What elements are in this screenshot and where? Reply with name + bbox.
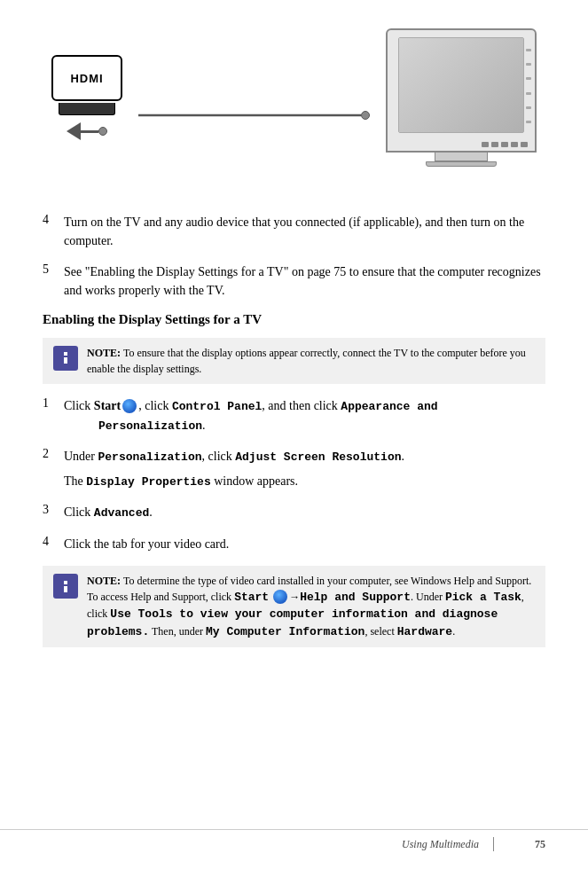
svg-rect-6 bbox=[64, 586, 67, 592]
note1-box: NOTE: To ensure that the display options… bbox=[43, 338, 545, 384]
cable-end-left bbox=[81, 130, 98, 133]
hdmi-connector: HDMI bbox=[43, 55, 131, 140]
monitor-container bbox=[377, 28, 545, 167]
section-step-2-text: Under Personalization, click Adjust Scre… bbox=[64, 447, 545, 490]
arrow-icon bbox=[67, 122, 81, 140]
note2-help-support-label: Help and Support bbox=[300, 591, 411, 604]
step-4-row: 4 Turn on the TV and any audio device th… bbox=[43, 213, 545, 250]
monitor-stand bbox=[426, 161, 497, 167]
display-properties-label: Display Properties bbox=[86, 475, 210, 489]
svg-rect-5 bbox=[64, 581, 67, 584]
section-step-2-row: 2 Under Personalization, click Adjust Sc… bbox=[43, 447, 545, 490]
note1-body: To ensure that the display options appea… bbox=[87, 347, 526, 375]
monitor-vents bbox=[526, 39, 531, 133]
note2-pick-task-label: Pick a Task bbox=[445, 591, 521, 604]
step-4-text: Turn on the TV and any audio device that… bbox=[64, 213, 545, 250]
click-start-label: Start bbox=[94, 399, 121, 412]
section-step-4-text: Click the tab for your video card. bbox=[64, 535, 545, 553]
section-step-3-text: Click Advanced. bbox=[64, 503, 545, 522]
monitor-base bbox=[435, 153, 488, 161]
step-4-num: 4 bbox=[43, 213, 64, 227]
section-step-3-row: 3 Click Advanced. bbox=[43, 503, 545, 522]
hdmi-box: HDMI bbox=[51, 55, 122, 101]
start-orb-icon bbox=[122, 399, 137, 413]
note2-text: NOTE: To determine the type of video car… bbox=[87, 573, 535, 641]
step-5-num: 5 bbox=[43, 262, 64, 277]
page-container: HDMI bbox=[0, 0, 588, 869]
personalization-label: Personalization bbox=[98, 450, 202, 464]
monitor-screen-inner bbox=[399, 38, 523, 132]
step-5-row: 5 See "Enabling the Display Settings for… bbox=[43, 262, 545, 300]
cable-line bbox=[138, 106, 370, 124]
adjust-screen-label: Adjust Screen Resolution bbox=[235, 450, 401, 464]
note2-icon bbox=[53, 574, 78, 599]
svg-rect-3 bbox=[64, 357, 67, 364]
note1-icon-label bbox=[56, 348, 75, 370]
note2-start-orb bbox=[273, 590, 287, 604]
hdmi-label: HDMI bbox=[70, 72, 103, 85]
step-5-text: See "Enabling the Display Settings for a… bbox=[64, 262, 545, 300]
monitor-body bbox=[386, 28, 537, 153]
note2-start-label: Start bbox=[234, 591, 269, 604]
section-heading: Enabling the Display Settings for a TV bbox=[43, 312, 545, 327]
hdmi-port bbox=[59, 103, 115, 115]
section-step-1-row: 1 Click Start, click Control Panel, and … bbox=[43, 396, 545, 434]
cable-connector-right bbox=[361, 111, 370, 120]
footer-page-number: 75 bbox=[535, 838, 545, 851]
note2-my-computer-label: My Computer Information bbox=[206, 625, 365, 638]
illustration-area: HDMI bbox=[43, 18, 545, 177]
note1-text: NOTE: To ensure that the display options… bbox=[87, 345, 535, 377]
section-step-4-num: 4 bbox=[43, 535, 64, 549]
section-step-1-text: Click Start, click Control Panel, and th… bbox=[64, 396, 545, 434]
note2-hardware-label: Hardware bbox=[397, 625, 452, 638]
footer-divider bbox=[493, 837, 494, 851]
monitor-buttons bbox=[482, 142, 528, 147]
svg-rect-2 bbox=[64, 352, 67, 356]
section-step-2-num: 2 bbox=[43, 447, 64, 461]
note1-icon bbox=[53, 346, 78, 371]
section-step-4-row: 4 Click the tab for your video card. bbox=[43, 535, 545, 553]
page-footer: Using Multimedia 75 bbox=[0, 829, 588, 851]
cable-svg bbox=[138, 112, 361, 119]
section-step-1-num: 1 bbox=[43, 396, 64, 411]
control-panel-label: Control Panel bbox=[172, 400, 262, 413]
monitor-screen bbox=[398, 37, 524, 133]
content-area: 4 Turn on the TV and any audio device th… bbox=[43, 204, 545, 647]
cable-connector-left bbox=[98, 127, 107, 136]
section-step-3-num: 3 bbox=[43, 503, 64, 517]
note-icon-svg bbox=[56, 348, 75, 367]
footer-section-label: Using Multimedia bbox=[402, 838, 479, 851]
note2-icon-svg bbox=[56, 576, 75, 596]
click-advanced-label: Advanced bbox=[94, 506, 149, 520]
note2-box: NOTE: To determine the type of video car… bbox=[43, 566, 545, 648]
